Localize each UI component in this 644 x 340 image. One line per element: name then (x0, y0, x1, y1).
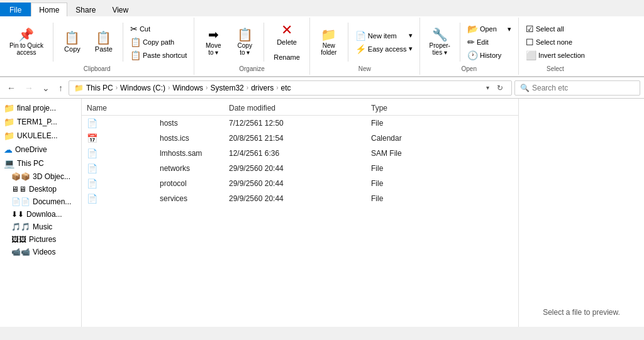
table-row[interactable]: 📄 protocol 29/9/2560 20:44 File (82, 176, 518, 191)
file-name-networks: 📄 networks (87, 163, 229, 173)
path-drivers[interactable]: drivers (251, 84, 274, 92)
sidebar-item-downloads[interactable]: ⬇ Downloa... (0, 208, 81, 221)
properties-button[interactable]: 🔧 Proper-ties ▾ (424, 25, 456, 59)
edit-button[interactable]: ✏ Edit (464, 36, 514, 48)
select-all-button[interactable]: ☑ Select all (523, 23, 588, 35)
table-row[interactable]: 📅 hosts.ics 20/8/2561 21:54 Calendar (82, 131, 518, 146)
file-list: Name Date modified Type 📄 hosts 7/12/256… (82, 99, 518, 327)
select-none-button[interactable]: ☐ Select none (523, 36, 588, 48)
documents-icon: 📄 (11, 197, 30, 206)
file-date-lmhosts: 12/4/2561 6:36 (229, 149, 371, 158)
file-list-header[interactable]: Name Date modified Type (82, 101, 518, 116)
search-box[interactable]: 🔍 (514, 80, 640, 96)
clipboard-buttons: 📌 Pin to Quickaccess 📋 Copy 📋 Paste (4, 20, 190, 64)
path-this-pc[interactable]: This PC (86, 84, 113, 92)
file-type-hosts-ics: Calendar (371, 134, 513, 143)
refresh-button[interactable]: ↻ (494, 82, 506, 94)
move-to-button[interactable]: ➡ Moveto ▾ (198, 25, 228, 59)
path-sep-2: › (168, 84, 170, 91)
sidebar-item-3dobjects[interactable]: 📦 3D Objec... (0, 170, 81, 183)
col-header-type[interactable]: Type (371, 104, 513, 112)
delete-button[interactable]: ✕ Delete (268, 20, 306, 49)
tab-share[interactable]: Share (67, 3, 104, 16)
up-button[interactable]: ↑ (55, 81, 66, 95)
sidebar-item-videos[interactable]: 📹 Videos (0, 246, 81, 258)
preview-panel: Select a file to preview. (518, 99, 644, 327)
table-row[interactable]: 📄 services 29/9/2560 20:44 File (82, 191, 518, 206)
path-sep-4: › (247, 84, 248, 91)
path-sep-3: › (206, 84, 208, 91)
new-item-icon: 📄 (355, 31, 366, 40)
new-folder-button[interactable]: 📁 Newfolder (314, 25, 344, 59)
table-row[interactable]: 📄 lmhosts.sam 12/4/2561 6:36 SAM File (82, 146, 518, 161)
table-row[interactable]: 📄 networks 29/9/2560 20:44 File (82, 161, 518, 176)
ribbon: File Home Share View 📌 Pin to Quickacces… (0, 0, 644, 77)
search-input[interactable] (532, 84, 635, 92)
file-icon-networks: 📄 (87, 163, 156, 173)
open-label: Open (462, 64, 477, 72)
sidebar-item-desktop[interactable]: 🖥 Desktop (0, 183, 81, 195)
file-name-services: 📄 services (87, 194, 229, 204)
sep5 (460, 23, 460, 62)
paste-shortcut-button[interactable]: 📋 Paste shortcut (127, 49, 190, 62)
col-header-date[interactable]: Date modified (229, 104, 371, 112)
tab-home[interactable]: Home (31, 3, 67, 16)
sidebar-item-pictures[interactable]: 🖼 Pictures (0, 233, 81, 246)
pictures-icon: 🖼 (11, 235, 26, 244)
tab-view[interactable]: View (104, 3, 136, 16)
path-system32[interactable]: System32 (210, 84, 243, 92)
file-type-lmhosts: SAM File (371, 149, 513, 158)
sidebar-item-this-pc[interactable]: This PC (0, 156, 81, 170)
copy-path-icon: 📋 (130, 38, 141, 47)
new-item-arrow: ▾ (409, 31, 413, 40)
open-icon: 📂 (467, 25, 478, 33)
history-button[interactable]: 🕐 History (464, 49, 514, 62)
sidebar-item-term1[interactable]: TERM1_P... (0, 115, 81, 129)
sidebar-item-onedrive[interactable]: OneDrive (0, 143, 81, 156)
forward-button[interactable]: → (21, 81, 36, 95)
path-c-drive[interactable]: Windows (C:) (120, 84, 165, 92)
copy-button-large[interactable]: 📋 Copy (57, 28, 87, 56)
sidebar-item-music[interactable]: 🎵 Music (0, 221, 81, 233)
path-dropdown-button[interactable]: ▾ (484, 82, 491, 94)
delete-icon: ✕ (281, 23, 292, 37)
cut-button[interactable]: ✂ Cut (127, 23, 190, 35)
copy-to-label: Copyto ▾ (238, 42, 252, 56)
open-button[interactable]: 📂 Open ▾ (464, 23, 514, 35)
new-folder-icon: 📁 (321, 28, 336, 41)
file-name-hosts-ics: 📅 hosts.ics (87, 133, 229, 143)
invert-label: Invert selection (538, 52, 585, 59)
easy-access-arrow: ▾ (409, 45, 413, 53)
sidebar-item-final-project[interactable]: final proje... (0, 101, 81, 115)
main-area: final proje... TERM1_P... UKULELE... One… (0, 99, 644, 327)
new-group: 📁 Newfolder 📄 New item ▾ ⚡ Easy access ▾ (310, 18, 420, 75)
table-row[interactable]: 📄 hosts 7/12/2561 12:50 File (82, 116, 518, 131)
file-icon-hosts-ics: 📅 (87, 133, 156, 143)
select-group: ☑ Select all ☐ Select none ⬜ Invert sele… (519, 18, 592, 75)
path-etc[interactable]: etc (280, 84, 291, 92)
open-buttons: 🔧 Proper-ties ▾ 📂 Open ▾ ✏ Edit 🕐 (424, 20, 514, 64)
copy-path-button[interactable]: 📋 Copy path (127, 36, 190, 48)
recent-button[interactable]: ⌄ (39, 81, 53, 95)
copy-to-button[interactable]: 📋 Copyto ▾ (230, 25, 260, 59)
col-header-name[interactable]: Name (87, 104, 229, 112)
easy-access-button[interactable]: ⚡ Easy access ▾ (352, 43, 416, 55)
rename-button[interactable]: Rename (268, 50, 306, 64)
invert-selection-button[interactable]: ⬜ Invert selection (523, 49, 588, 62)
pin-to-quick-access-button[interactable]: 📌 Pin to Quickaccess (4, 25, 49, 59)
tab-file[interactable]: File (0, 3, 31, 16)
file-date-protocol: 29/9/2560 20:44 (229, 179, 371, 188)
back-button[interactable]: ← (4, 81, 19, 95)
sidebar-item-ukulele[interactable]: UKULELE... (0, 129, 81, 143)
sidebar-label-documents: Documen... (33, 197, 71, 206)
path-windows[interactable]: Windows (172, 84, 203, 92)
file-icon-lmhosts: 📄 (87, 148, 156, 158)
file-icon-hosts: 📄 (87, 118, 156, 128)
file-type-hosts: File (371, 119, 513, 128)
sidebar-label-onedrive: OneDrive (15, 145, 47, 154)
address-path[interactable]: 📁 This PC › Windows (C:) › Windows › Sys… (69, 80, 512, 96)
paste-button[interactable]: 📋 Paste (89, 28, 119, 56)
new-item-button[interactable]: 📄 New item ▾ (352, 30, 416, 42)
file-date-hosts: 7/12/2561 12:50 (229, 119, 371, 128)
sidebar-item-documents[interactable]: 📄 Documen... (0, 195, 81, 208)
